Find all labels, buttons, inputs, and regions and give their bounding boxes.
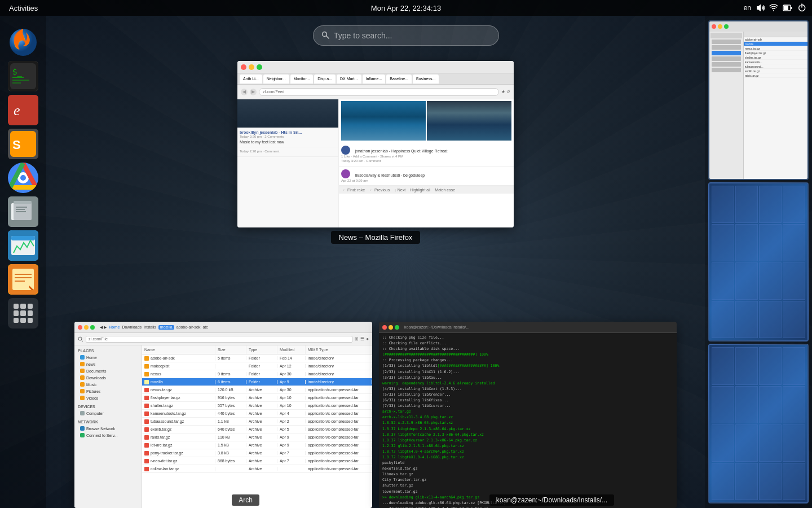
app-grid-dot bbox=[28, 310, 33, 316]
language-indicator[interactable]: en bbox=[744, 4, 751, 12]
fm-item-pictures[interactable]: Pictures bbox=[74, 388, 142, 395]
table-row[interactable]: ldt-arc.tar.gz 1.5 kB Archive Apr 9 appl… bbox=[142, 441, 372, 449]
table-row[interactable]: kamaenutools.tar.gz 440 bytes Archive Ap… bbox=[142, 410, 372, 418]
table-row[interactable]: nexus 9 items Folder Apr 30 inode/direct… bbox=[142, 370, 372, 378]
ff-tab[interactable]: Disp a... bbox=[314, 75, 336, 84]
table-row[interactable]: collaw-lan.tar.gz Archive application/x-… bbox=[142, 465, 372, 473]
term-close-btn[interactable] bbox=[382, 325, 387, 330]
fm-col-size[interactable]: Size bbox=[215, 345, 246, 354]
ff-sidebar-img bbox=[237, 99, 338, 128]
ff-min-btn[interactable] bbox=[249, 64, 254, 70]
ff-tab[interactable]: Anth Li... bbox=[240, 75, 262, 84]
ff-tab[interactable]: Monitor... bbox=[290, 75, 314, 84]
terminal-label-text[interactable]: koan@zazen:~/Downloads/Installs/... bbox=[489, 494, 614, 506]
fm-cell-type: Archive bbox=[246, 388, 277, 392]
ff-tab[interactable]: Baseline... bbox=[386, 75, 412, 84]
dock-icon-chromium[interactable] bbox=[8, 163, 38, 193]
table-row[interactable]: adobe-air-sdk 5 items Folder Feb 14 inod… bbox=[142, 354, 372, 362]
fm-cell-mod: Apr 7 bbox=[277, 451, 306, 455]
dock-icon-kwatch[interactable] bbox=[8, 230, 38, 261]
ff-close-btn[interactable] bbox=[241, 64, 246, 70]
fm-item-network[interactable]: Browse Network bbox=[74, 425, 142, 432]
ff-tab[interactable]: Inflame... bbox=[363, 75, 386, 84]
fm-col-mime[interactable]: MIME Type bbox=[306, 345, 372, 354]
table-row[interactable]: exolib.tar.gz 640 bytes Archive Apr 5 ap… bbox=[142, 426, 372, 433]
main-content: Anth Li... Neighbor... Monitor... Disp a… bbox=[46, 16, 812, 508]
table-row[interactable]: makeeplist Folder Apr 12 inode/directory bbox=[142, 362, 372, 370]
fm-cell-mod: Apr 9 bbox=[277, 435, 306, 439]
right-thumb-filemanager[interactable]: adobe-air-sdk mozilla nexus.tar.gz flash… bbox=[708, 20, 809, 180]
ff-nav-forward[interactable]: ▶ bbox=[250, 89, 257, 95]
search-bar[interactable] bbox=[313, 25, 499, 46]
fm-close-btn[interactable] bbox=[78, 325, 82, 330]
fm-cell-mod: Apr 4 bbox=[277, 411, 306, 415]
ff-tab[interactable]: Business... bbox=[413, 75, 439, 84]
fm-cell-mod: Apr 10 bbox=[277, 396, 306, 400]
ff-url-bar[interactable]: zI.com/Feed bbox=[259, 88, 499, 96]
fm-item-computer[interactable]: Computer bbox=[74, 410, 142, 417]
dock-icon-notes[interactable] bbox=[8, 264, 38, 295]
volume-icon[interactable] bbox=[756, 3, 765, 12]
fm-col-name[interactable]: Name bbox=[142, 345, 215, 354]
battery-icon[interactable] bbox=[783, 3, 793, 12]
app-grid-dot bbox=[20, 304, 25, 309]
fm-item-docs[interactable]: Documents bbox=[74, 367, 142, 374]
fm-item-videos[interactable]: Videos bbox=[74, 395, 142, 401]
terminal-window-label[interactable]: koan@zazen:~/Downloads/Installs/... bbox=[399, 492, 705, 508]
power-icon[interactable] bbox=[797, 3, 806, 12]
term-max-btn[interactable] bbox=[395, 325, 399, 330]
ff-nav-back[interactable]: ◀ bbox=[241, 89, 248, 95]
term-title: koan@zazen:~/Downloads/Installs/... bbox=[404, 325, 469, 329]
wifi-icon[interactable] bbox=[769, 3, 778, 12]
table-row[interactable]: pony-tracker.tar.gz 3.8 kB Archive Apr 7… bbox=[142, 449, 372, 457]
svg-text:$_: $_ bbox=[12, 67, 22, 77]
right-thumb-bluebox1[interactable] bbox=[708, 182, 809, 342]
fm-cell-name: shalter.tar.gz bbox=[142, 404, 215, 408]
filemanager-window-label[interactable]: Arch bbox=[92, 492, 399, 508]
table-row[interactable]: tubaassound.tar.gz 1.1 kB Archive Apr 2 … bbox=[142, 418, 372, 426]
table-row[interactable]: nexus.tar.gz 120.0 kB Archive Apr 30 app… bbox=[142, 386, 372, 394]
filemanager-window-preview[interactable]: ◀ ▶ Home Downloads Installs mozilla adob… bbox=[74, 322, 372, 508]
fm-item-music[interactable]: Music bbox=[74, 381, 142, 388]
fm-max-btn[interactable] bbox=[90, 325, 95, 330]
ff-tab[interactable]: Neighbor... bbox=[263, 75, 289, 84]
dock-icon-appgrid[interactable] bbox=[8, 298, 38, 329]
dock-icon-sublime[interactable]: S bbox=[8, 129, 38, 159]
firefox-window-label[interactable]: News – Mozilla Firefox bbox=[331, 231, 421, 244]
table-row[interactable]: flashplayer.tar.gz 916 bytes Archive Apr… bbox=[142, 394, 372, 402]
fm-cell-name: adobe-air-sdk bbox=[142, 356, 215, 361]
fm-cell-type: Archive bbox=[246, 467, 277, 471]
search-input[interactable] bbox=[334, 31, 491, 40]
app-grid-dot bbox=[14, 318, 19, 323]
term-min-btn[interactable] bbox=[389, 325, 393, 330]
dock-icon-files[interactable] bbox=[8, 196, 38, 227]
firefox-window-preview[interactable]: Anth Li... Neighbor... Monitor... Disp a… bbox=[237, 61, 514, 227]
fm-item-news[interactable]: news bbox=[74, 361, 142, 367]
fm-cell-mod: Apr 2 bbox=[277, 419, 306, 423]
table-row[interactable]: raids.tar.gz 110 kB Archive Apr 9 applic… bbox=[142, 433, 372, 441]
fm-item-connect[interactable]: Connect to Serv... bbox=[74, 432, 142, 439]
table-row[interactable]: mozilla 6 items Folder Apr 9 inode/direc… bbox=[142, 378, 372, 386]
dock-icon-terminal[interactable]: $_ bbox=[8, 61, 38, 91]
filemanager-label-text[interactable]: Arch bbox=[232, 494, 259, 506]
fm-item-home[interactable]: Home bbox=[74, 354, 142, 361]
fm-min-btn[interactable] bbox=[84, 325, 89, 330]
activities-button[interactable]: Activities bbox=[6, 3, 41, 14]
app-grid[interactable] bbox=[8, 298, 38, 329]
dock-icon-eraser[interactable]: e bbox=[8, 95, 38, 125]
fm-col-type[interactable]: Type bbox=[246, 345, 277, 354]
ff-max-btn[interactable] bbox=[257, 64, 262, 70]
right-thumb-bluebox2[interactable] bbox=[708, 344, 809, 503]
search-container bbox=[313, 25, 499, 46]
fm-cell-mime: application/x-compressed-tar bbox=[306, 435, 372, 439]
terminal-window-preview[interactable]: koan@zazen:~/Downloads/Installs/... :: C… bbox=[379, 322, 677, 508]
svg-point-38 bbox=[78, 337, 82, 340]
fm-item-downloads[interactable]: Downloads bbox=[74, 374, 142, 381]
fm-col-modified[interactable]: Modified bbox=[277, 345, 306, 354]
dock-icon-firefox[interactable] bbox=[8, 27, 38, 58]
ff-tab[interactable]: DX Mart... bbox=[337, 75, 361, 84]
table-row[interactable]: shalter.tar.gz 557 bytes Archive Apr 10 … bbox=[142, 402, 372, 410]
table-row[interactable]: r-neo-dot.tar.gz 868 bytes Archive Apr 7… bbox=[142, 457, 372, 465]
ff-titlebar bbox=[237, 61, 514, 73]
dock: $_ e S bbox=[0, 16, 46, 508]
